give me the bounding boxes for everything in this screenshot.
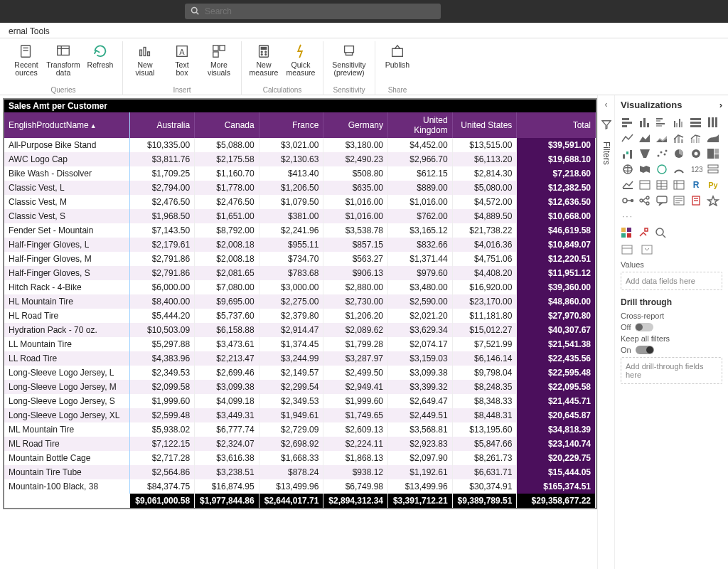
col-header-us[interactable]: United States: [452, 112, 517, 138]
table-row[interactable]: Long-Sleeve Logo Jersey, M$2,099.58$3,09…: [4, 380, 596, 394]
cell-value: $15,444.05: [517, 465, 596, 479]
filters-pane-collapsed[interactable]: ‹ Filters: [597, 95, 614, 569]
format-tab-icon[interactable]: [638, 227, 649, 238]
table-row[interactable]: Hydration Pack - 70 oz.$10,503.09$6,158.…: [4, 323, 596, 337]
stacked-area-icon[interactable]: [655, 132, 669, 144]
slicer-icon[interactable]: [638, 179, 652, 191]
transform-data-button[interactable]: Transform data: [47, 41, 80, 77]
analytics-tab-icon[interactable]: [655, 227, 666, 238]
table-row[interactable]: All-Purpose Bike Stand$10,335.00$5,088.0…: [4, 138, 596, 152]
more-visuals-button[interactable]: More visuals: [203, 41, 235, 77]
cell-value: $3,538.78: [323, 223, 388, 238]
values-field-well[interactable]: Add data fields here: [621, 272, 722, 290]
drillthrough-subtab-icon[interactable]: [641, 244, 653, 257]
gallery-overflow-icon[interactable]: ···: [622, 211, 722, 221]
text-box-button[interactable]: A Text box: [166, 41, 198, 77]
quick-measure-button[interactable]: Quick measure: [284, 41, 317, 77]
fields-tab-icon[interactable]: [621, 227, 632, 238]
table-row[interactable]: Mountain Tire Tube$2,564.86$3,238.51$878…: [4, 465, 596, 479]
recent-sources-button[interactable]: Recent ources: [10, 41, 43, 77]
publish-button[interactable]: Publish: [381, 41, 414, 69]
table-row[interactable]: Mountain Bottle Cage$2,717.28$3,616.38$1…: [4, 451, 596, 465]
table-row[interactable]: Half-Finger Gloves, S$2,791.86$2,081.65$…: [4, 266, 596, 280]
table-row[interactable]: LL Mountain Tire$5,297.88$3,473.61$1,374…: [4, 337, 596, 351]
line-clustered-column-icon[interactable]: [689, 132, 703, 144]
table-row[interactable]: Hitch Rack - 4-Bike$6,000.00$7,080.00$3,…: [4, 280, 596, 294]
table-row[interactable]: Long-Sleeve Logo Jersey, S$1,999.60$4,09…: [4, 394, 596, 408]
kpi-icon[interactable]: [621, 179, 635, 191]
chevron-left-icon[interactable]: ‹: [605, 100, 608, 110]
report-canvas[interactable]: Sales Amt per Customer EnglishProductNam…: [0, 95, 597, 569]
azure-map-icon[interactable]: [655, 163, 669, 176]
col-header-total[interactable]: Total: [517, 112, 596, 138]
multi-row-card-icon[interactable]: [706, 163, 720, 176]
line-chart-icon[interactable]: [621, 132, 635, 144]
table-row[interactable]: Classic Vest, M$2,476.50$2,476.50$1,079.…: [4, 195, 596, 209]
col-header-uk[interactable]: United Kingdom: [388, 112, 453, 138]
r-visual-icon[interactable]: R: [689, 179, 703, 191]
table-icon[interactable]: [655, 179, 669, 191]
col-header-canada[interactable]: Canada: [195, 112, 259, 138]
decomposition-tree-icon[interactable]: [638, 194, 652, 207]
refresh-button[interactable]: Refresh: [84, 41, 117, 77]
gauge-icon[interactable]: [672, 163, 686, 176]
clustered-column-icon[interactable]: [672, 116, 686, 129]
table-row[interactable]: Half-Finger Gloves, M$2,791.86$2,008.18$…: [4, 252, 596, 266]
table-row[interactable]: Fender Set - Mountain$7,143.50$8,792.00$…: [4, 223, 596, 238]
new-measure-button[interactable]: New measure: [247, 41, 280, 77]
paginated-report-icon[interactable]: [689, 194, 703, 207]
matrix-icon[interactable]: [672, 179, 686, 191]
table-row[interactable]: HL Mountain Tire$8,400.00$9,695.00$2,275…: [4, 294, 596, 309]
table-row[interactable]: ML Mountain Tire$5,938.02$6,777.74$2,729…: [4, 422, 596, 437]
hundred-stacked-column-icon[interactable]: [706, 116, 720, 129]
drillthrough-field-well[interactable]: Add drill-through fields here: [621, 357, 722, 384]
ribbon-chart-icon[interactable]: [706, 132, 720, 144]
stacked-column-icon[interactable]: [638, 116, 652, 129]
get-more-visuals-icon[interactable]: [706, 194, 720, 207]
matrix-visual[interactable]: Sales Amt per Customer EnglishProductNam…: [3, 98, 597, 509]
table-row[interactable]: ML Road Tire$7,122.15$2,324.07$2,698.92$…: [4, 437, 596, 451]
filled-map-icon[interactable]: [638, 163, 652, 176]
chevron-right-icon[interactable]: ›: [719, 100, 722, 110]
col-header-france[interactable]: France: [259, 112, 323, 138]
clustered-bar-icon[interactable]: [655, 116, 669, 129]
smart-narrative-icon[interactable]: [672, 194, 686, 207]
tab-external-tools[interactable]: ernal Tools: [4, 25, 54, 38]
search-input[interactable]: [203, 6, 435, 17]
table-row[interactable]: Long-Sleeve Logo Jersey, XL$2,599.48$3,4…: [4, 408, 596, 422]
hundred-stacked-bar-icon[interactable]: [689, 116, 703, 129]
table-row[interactable]: LL Road Tire$4,383.96$2,213.47$3,244.99$…: [4, 351, 596, 366]
table-row[interactable]: Half-Finger Gloves, L$2,179.61$2,008.18$…: [4, 238, 596, 252]
area-chart-icon[interactable]: [638, 132, 652, 144]
search-box[interactable]: [185, 4, 441, 19]
table-row[interactable]: Mountain-100 Black, 38$84,374.75$16,874.…: [4, 479, 596, 494]
table-row[interactable]: HL Road Tire$5,444.20$5,737.60$2,379.80$…: [4, 309, 596, 323]
col-header-australia[interactable]: Australia: [130, 112, 195, 138]
funnel-icon[interactable]: [638, 147, 652, 160]
table-row[interactable]: Bike Wash - Dissolver$1,709.25$1,160.70$…: [4, 166, 596, 181]
table-row[interactable]: Long-Sleeve Logo Jersey, L$2,349.53$2,69…: [4, 366, 596, 380]
keep-filters-toggle[interactable]: [636, 346, 654, 354]
sensitivity-button[interactable]: Sensitivity (preview): [329, 41, 369, 77]
cross-report-toggle[interactable]: [635, 323, 653, 331]
key-influencers-icon[interactable]: [621, 194, 635, 207]
donut-icon[interactable]: [689, 147, 703, 160]
table-row[interactable]: Classic Vest, S$1,968.50$1,651.00$381.00…: [4, 209, 596, 223]
table-row[interactable]: Classic Vest, L$2,794.00$1,778.00$1,206.…: [4, 181, 596, 195]
treemap-icon[interactable]: [706, 147, 720, 160]
scatter-icon[interactable]: [655, 147, 669, 160]
card-icon[interactable]: 123: [689, 163, 703, 176]
qa-visual-icon[interactable]: [655, 194, 669, 207]
line-stacked-column-icon[interactable]: [672, 132, 686, 144]
cell-value: $2,449.51: [388, 408, 453, 422]
new-visual-button[interactable]: New visual: [129, 41, 161, 77]
col-header-germany[interactable]: Germany: [323, 112, 388, 138]
map-icon[interactable]: [621, 163, 635, 176]
pie-icon[interactable]: [672, 147, 686, 160]
python-visual-icon[interactable]: Py: [706, 179, 720, 191]
waterfall-icon[interactable]: [621, 147, 635, 160]
stacked-bar-icon[interactable]: [621, 116, 635, 129]
fields-subtab-icon[interactable]: [621, 244, 633, 257]
col-header-product[interactable]: EnglishProductName▲: [4, 112, 130, 138]
table-row[interactable]: AWC Logo Cap$3,811.76$2,175.58$2,130.63$…: [4, 152, 596, 166]
